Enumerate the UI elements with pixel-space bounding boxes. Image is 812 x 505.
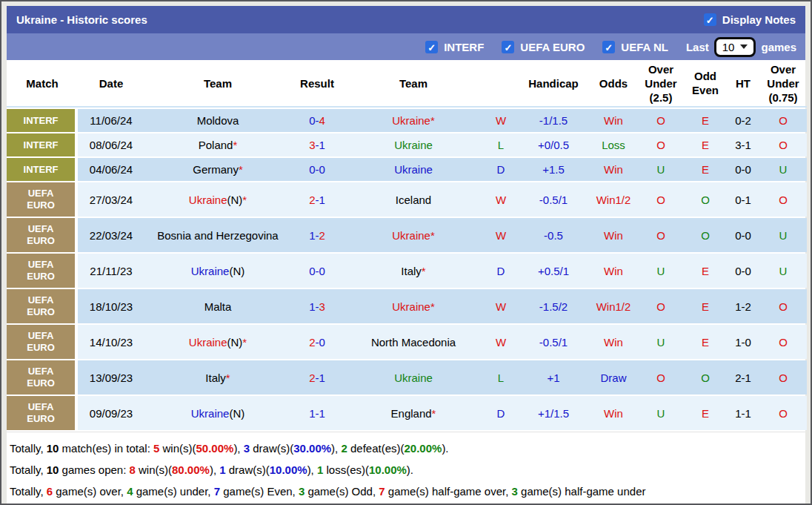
over-under-2-5-cell: O <box>638 109 684 132</box>
over-under-2-5-value: O <box>656 194 665 206</box>
summary-segment: loss(es)( <box>323 463 369 476</box>
summary-footer: Totally, 10 match(es) in total: 5 win(s)… <box>7 432 805 505</box>
over-under-0-75-value: U <box>779 229 788 242</box>
over-under-0-75-cell: O <box>759 289 807 323</box>
result-letter-cell: L <box>484 133 518 156</box>
team-name: Ukraine <box>189 194 227 206</box>
checkbox-checked-icon[interactable] <box>602 41 615 53</box>
summary-segment: ), <box>210 463 219 476</box>
home-score: 1 <box>309 407 315 420</box>
summary-segment: 6 <box>47 485 53 498</box>
score-cell: 3-1 <box>291 133 343 156</box>
over-under-2-5-value: U <box>657 336 665 349</box>
checkbox-checked-icon[interactable] <box>502 41 514 53</box>
over-under-0-75-cell: O <box>759 360 807 395</box>
result-letter-cell: W <box>484 289 518 323</box>
date-cell: 18/10/23 <box>78 289 144 323</box>
match-type-cell: UEFA EURO <box>7 289 78 323</box>
match-type-cell: UEFA EURO <box>7 218 78 252</box>
over-under-0-75-cell: O <box>759 396 807 430</box>
date-cell: 11/06/24 <box>78 109 144 132</box>
handicap-cell: +1/1.5 <box>518 396 589 430</box>
odds-cell: Loss <box>589 133 638 156</box>
team-name: Ukraine <box>394 163 433 176</box>
last-games-select[interactable]: 10 <box>714 37 756 57</box>
odd-even-cell: O <box>684 360 727 395</box>
home-team-cell: Malta <box>144 289 291 323</box>
score-cell: 1-3 <box>291 289 343 323</box>
result-letter-cell: D <box>484 254 518 288</box>
checkbox-checked-icon[interactable] <box>425 41 438 53</box>
odd-even-cell: O <box>684 218 727 252</box>
over-under-0-75-value: U <box>779 265 788 277</box>
handicap-cell: +0.5/1 <box>518 254 589 288</box>
home-advantage-star: * <box>226 372 230 384</box>
handicap-cell: -0.5/1 <box>518 182 589 217</box>
summary-segment: game(s) Even, <box>220 485 299 498</box>
away-team-cell: Ukraine* <box>343 109 484 132</box>
away-team-cell: Ukraine <box>343 158 484 181</box>
match-row: UEFA EURO09/09/23Ukraine(N)1-1England*D+… <box>7 396 807 430</box>
handicap-cell: -0.5/1 <box>518 325 589 359</box>
display-notes-toggle[interactable]: Display Notes <box>704 13 796 26</box>
odds-cell: Win <box>589 109 638 132</box>
date-cell: 27/03/24 <box>78 182 144 217</box>
column-header: Odd Even <box>684 62 727 108</box>
ht-score: 2-1 <box>735 372 751 384</box>
ht-cell: 1-1 <box>727 396 759 430</box>
summary-segment: 7 <box>214 485 220 498</box>
score-cell: 0-0 <box>291 158 343 181</box>
filter-uefa-euro[interactable]: UEFA EURO <box>502 41 585 53</box>
handicap-value: +1 <box>547 372 559 384</box>
match-type-cell: UEFA EURO <box>7 396 78 430</box>
filter-bar: INTERF UEFA EURO UEFA NL Last 10 games <box>7 33 805 60</box>
neutral-venue-note: (N) <box>229 407 244 420</box>
odds-result: Win <box>604 336 623 349</box>
column-header: Over Under (0.75) <box>759 62 807 108</box>
filter-uefa-nl-label: UEFA NL <box>621 41 668 53</box>
odds-result: Win <box>604 407 623 420</box>
away-team-cell: North Macedonia <box>343 325 484 359</box>
handicap-cell: +0/0.5 <box>518 133 589 156</box>
over-under-2-5-cell: O <box>638 360 684 395</box>
team-name: Italy <box>205 372 226 384</box>
home-advantage-star: * <box>432 407 436 420</box>
filter-interf[interactable]: INTERF <box>425 41 484 53</box>
column-header: HT <box>727 62 759 108</box>
over-under-2-5-value: O <box>656 300 665 313</box>
ht-cell: 0-2 <box>727 109 759 132</box>
ht-cell: 1-2 <box>727 289 759 323</box>
over-under-2-5-cell: U <box>638 158 684 181</box>
away-score: 0 <box>319 336 325 349</box>
table-header-row: MatchDateTeamResultTeamHandicapOddsOver … <box>7 62 807 108</box>
ht-score: 0-2 <box>735 114 751 127</box>
odds-cell: Win <box>589 396 638 430</box>
page-title: Ukraine - Historic scores <box>16 13 147 26</box>
odd-even-cell: E <box>684 158 727 181</box>
home-score: 0 <box>309 114 315 127</box>
summary-segment: Totally, <box>10 485 47 498</box>
home-advantage-star: * <box>239 163 243 176</box>
over-under-2-5-cell: O <box>638 218 684 252</box>
score-cell: 1-1 <box>291 396 343 430</box>
team-name: Italy <box>401 265 422 277</box>
result-letter: D <box>497 407 505 420</box>
checkbox-checked-icon[interactable] <box>704 13 716 26</box>
date-cell: 14/10/23 <box>78 325 144 359</box>
team-name: North Macedonia <box>371 336 456 349</box>
result-letter: W <box>496 229 506 242</box>
handicap-value: -0.5 <box>544 229 563 242</box>
team-name: Ukraine <box>394 372 433 384</box>
away-team-cell: Ukraine* <box>343 218 484 252</box>
handicap-value: +0/0.5 <box>538 139 569 151</box>
match-type-cell: UEFA EURO <box>7 325 78 359</box>
result-letter: W <box>496 336 506 349</box>
over-under-2-5-value: O <box>656 229 665 242</box>
team-name: Iceland <box>396 194 431 206</box>
filter-uefa-nl[interactable]: UEFA NL <box>602 41 668 53</box>
over-under-2-5-cell: U <box>638 325 684 359</box>
match-row: UEFA EURO22/03/24Bosnia and Herzegovina1… <box>7 218 807 252</box>
summary-segment: 10 <box>47 463 59 476</box>
odd-even-cell: O <box>684 182 727 217</box>
ht-cell: 2-1 <box>727 360 759 395</box>
